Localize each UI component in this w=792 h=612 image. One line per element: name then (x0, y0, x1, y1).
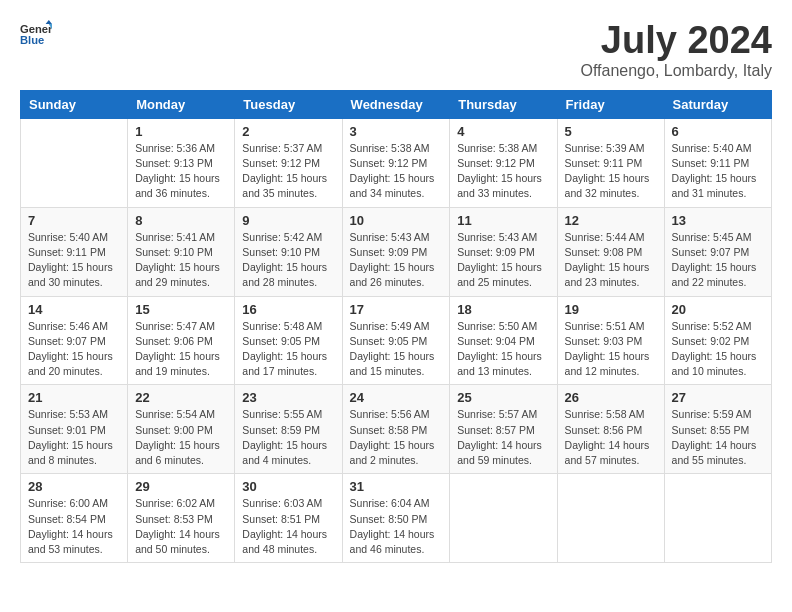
day-info: Sunrise: 6:02 AM Sunset: 8:53 PM Dayligh… (135, 496, 227, 557)
day-number: 15 (135, 302, 227, 317)
day-info: Sunrise: 5:42 AM Sunset: 9:10 PM Dayligh… (242, 230, 334, 291)
weekday-header-friday: Friday (557, 90, 664, 118)
calendar-week-row: 1Sunrise: 5:36 AM Sunset: 9:13 PM Daylig… (21, 118, 772, 207)
day-number: 13 (672, 213, 764, 228)
day-number: 7 (28, 213, 120, 228)
day-number: 31 (350, 479, 443, 494)
day-info: Sunrise: 5:39 AM Sunset: 9:11 PM Dayligh… (565, 141, 657, 202)
calendar-cell: 11Sunrise: 5:43 AM Sunset: 9:09 PM Dayli… (450, 207, 557, 296)
calendar-cell: 19Sunrise: 5:51 AM Sunset: 9:03 PM Dayli… (557, 296, 664, 385)
calendar-cell: 14Sunrise: 5:46 AM Sunset: 9:07 PM Dayli… (21, 296, 128, 385)
calendar-week-row: 14Sunrise: 5:46 AM Sunset: 9:07 PM Dayli… (21, 296, 772, 385)
calendar-cell: 17Sunrise: 5:49 AM Sunset: 9:05 PM Dayli… (342, 296, 450, 385)
day-info: Sunrise: 5:43 AM Sunset: 9:09 PM Dayligh… (350, 230, 443, 291)
day-number: 19 (565, 302, 657, 317)
day-number: 4 (457, 124, 549, 139)
day-number: 16 (242, 302, 334, 317)
calendar-week-row: 21Sunrise: 5:53 AM Sunset: 9:01 PM Dayli… (21, 385, 772, 474)
calendar-cell (557, 474, 664, 563)
day-info: Sunrise: 5:52 AM Sunset: 9:02 PM Dayligh… (672, 319, 764, 380)
calendar-cell: 21Sunrise: 5:53 AM Sunset: 9:01 PM Dayli… (21, 385, 128, 474)
calendar-cell: 20Sunrise: 5:52 AM Sunset: 9:02 PM Dayli… (664, 296, 771, 385)
calendar-cell: 15Sunrise: 5:47 AM Sunset: 9:06 PM Dayli… (128, 296, 235, 385)
svg-marker-2 (46, 20, 52, 24)
calendar-cell: 5Sunrise: 5:39 AM Sunset: 9:11 PM Daylig… (557, 118, 664, 207)
weekday-header-sunday: Sunday (21, 90, 128, 118)
svg-text:General: General (20, 23, 52, 35)
calendar-cell: 31Sunrise: 6:04 AM Sunset: 8:50 PM Dayli… (342, 474, 450, 563)
calendar-cell: 6Sunrise: 5:40 AM Sunset: 9:11 PM Daylig… (664, 118, 771, 207)
calendar-cell: 9Sunrise: 5:42 AM Sunset: 9:10 PM Daylig… (235, 207, 342, 296)
day-number: 27 (672, 390, 764, 405)
day-number: 14 (28, 302, 120, 317)
calendar-cell: 8Sunrise: 5:41 AM Sunset: 9:10 PM Daylig… (128, 207, 235, 296)
day-info: Sunrise: 5:45 AM Sunset: 9:07 PM Dayligh… (672, 230, 764, 291)
day-info: Sunrise: 5:55 AM Sunset: 8:59 PM Dayligh… (242, 407, 334, 468)
day-number: 12 (565, 213, 657, 228)
calendar-cell: 7Sunrise: 5:40 AM Sunset: 9:11 PM Daylig… (21, 207, 128, 296)
calendar-cell: 16Sunrise: 5:48 AM Sunset: 9:05 PM Dayli… (235, 296, 342, 385)
weekday-header-saturday: Saturday (664, 90, 771, 118)
day-info: Sunrise: 5:51 AM Sunset: 9:03 PM Dayligh… (565, 319, 657, 380)
day-number: 8 (135, 213, 227, 228)
location-title: Offanengo, Lombardy, Italy (580, 62, 772, 80)
calendar-week-row: 28Sunrise: 6:00 AM Sunset: 8:54 PM Dayli… (21, 474, 772, 563)
day-number: 1 (135, 124, 227, 139)
day-info: Sunrise: 6:03 AM Sunset: 8:51 PM Dayligh… (242, 496, 334, 557)
day-info: Sunrise: 5:38 AM Sunset: 9:12 PM Dayligh… (350, 141, 443, 202)
day-number: 23 (242, 390, 334, 405)
calendar-cell: 4Sunrise: 5:38 AM Sunset: 9:12 PM Daylig… (450, 118, 557, 207)
day-info: Sunrise: 5:57 AM Sunset: 8:57 PM Dayligh… (457, 407, 549, 468)
day-info: Sunrise: 5:59 AM Sunset: 8:55 PM Dayligh… (672, 407, 764, 468)
day-info: Sunrise: 6:00 AM Sunset: 8:54 PM Dayligh… (28, 496, 120, 557)
calendar-cell: 12Sunrise: 5:44 AM Sunset: 9:08 PM Dayli… (557, 207, 664, 296)
calendar-cell: 29Sunrise: 6:02 AM Sunset: 8:53 PM Dayli… (128, 474, 235, 563)
day-info: Sunrise: 5:54 AM Sunset: 9:00 PM Dayligh… (135, 407, 227, 468)
day-info: Sunrise: 5:49 AM Sunset: 9:05 PM Dayligh… (350, 319, 443, 380)
calendar-cell: 26Sunrise: 5:58 AM Sunset: 8:56 PM Dayli… (557, 385, 664, 474)
day-info: Sunrise: 5:37 AM Sunset: 9:12 PM Dayligh… (242, 141, 334, 202)
calendar-cell (450, 474, 557, 563)
day-number: 29 (135, 479, 227, 494)
day-info: Sunrise: 5:48 AM Sunset: 9:05 PM Dayligh… (242, 319, 334, 380)
calendar-cell (21, 118, 128, 207)
day-number: 5 (565, 124, 657, 139)
day-info: Sunrise: 5:44 AM Sunset: 9:08 PM Dayligh… (565, 230, 657, 291)
title-section: July 2024 Offanengo, Lombardy, Italy (580, 20, 772, 80)
day-number: 6 (672, 124, 764, 139)
page-header: General Blue July 2024 Offanengo, Lombar… (20, 20, 772, 80)
weekday-header-thursday: Thursday (450, 90, 557, 118)
day-number: 20 (672, 302, 764, 317)
calendar-week-row: 7Sunrise: 5:40 AM Sunset: 9:11 PM Daylig… (21, 207, 772, 296)
day-number: 30 (242, 479, 334, 494)
weekday-header-tuesday: Tuesday (235, 90, 342, 118)
calendar-cell: 27Sunrise: 5:59 AM Sunset: 8:55 PM Dayli… (664, 385, 771, 474)
day-info: Sunrise: 5:47 AM Sunset: 9:06 PM Dayligh… (135, 319, 227, 380)
calendar-table: SundayMondayTuesdayWednesdayThursdayFrid… (20, 90, 772, 563)
day-number: 18 (457, 302, 549, 317)
day-number: 10 (350, 213, 443, 228)
calendar-cell: 2Sunrise: 5:37 AM Sunset: 9:12 PM Daylig… (235, 118, 342, 207)
calendar-cell: 30Sunrise: 6:03 AM Sunset: 8:51 PM Dayli… (235, 474, 342, 563)
calendar-cell: 25Sunrise: 5:57 AM Sunset: 8:57 PM Dayli… (450, 385, 557, 474)
weekday-header-row: SundayMondayTuesdayWednesdayThursdayFrid… (21, 90, 772, 118)
day-info: Sunrise: 5:40 AM Sunset: 9:11 PM Dayligh… (28, 230, 120, 291)
day-number: 9 (242, 213, 334, 228)
day-info: Sunrise: 5:40 AM Sunset: 9:11 PM Dayligh… (672, 141, 764, 202)
day-number: 26 (565, 390, 657, 405)
calendar-cell: 24Sunrise: 5:56 AM Sunset: 8:58 PM Dayli… (342, 385, 450, 474)
day-info: Sunrise: 5:43 AM Sunset: 9:09 PM Dayligh… (457, 230, 549, 291)
day-info: Sunrise: 5:36 AM Sunset: 9:13 PM Dayligh… (135, 141, 227, 202)
calendar-cell: 22Sunrise: 5:54 AM Sunset: 9:00 PM Dayli… (128, 385, 235, 474)
day-info: Sunrise: 5:50 AM Sunset: 9:04 PM Dayligh… (457, 319, 549, 380)
weekday-header-monday: Monday (128, 90, 235, 118)
calendar-cell: 1Sunrise: 5:36 AM Sunset: 9:13 PM Daylig… (128, 118, 235, 207)
svg-text:Blue: Blue (20, 34, 44, 46)
day-number: 28 (28, 479, 120, 494)
day-info: Sunrise: 6:04 AM Sunset: 8:50 PM Dayligh… (350, 496, 443, 557)
day-number: 2 (242, 124, 334, 139)
day-info: Sunrise: 5:58 AM Sunset: 8:56 PM Dayligh… (565, 407, 657, 468)
logo-icon: General Blue (20, 20, 52, 48)
weekday-header-wednesday: Wednesday (342, 90, 450, 118)
day-info: Sunrise: 5:38 AM Sunset: 9:12 PM Dayligh… (457, 141, 549, 202)
